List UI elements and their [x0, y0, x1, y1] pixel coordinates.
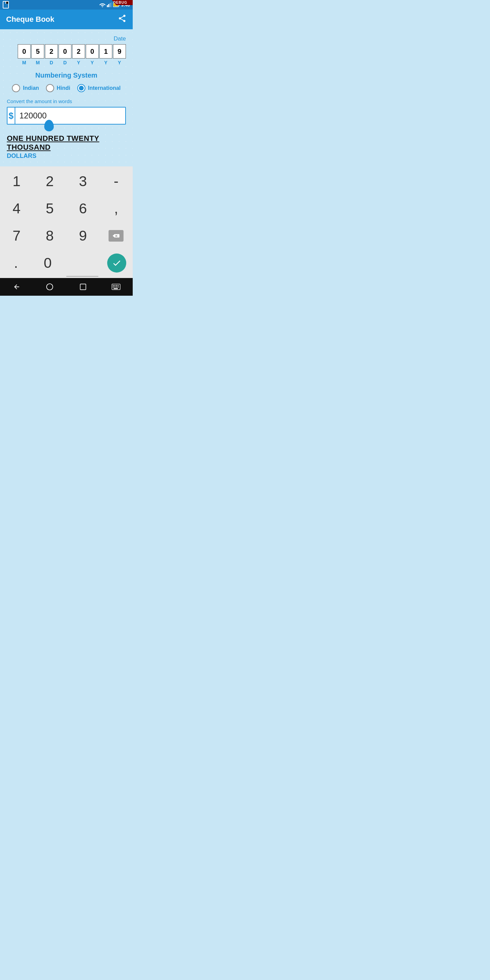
key-8[interactable]: 8 — [33, 222, 67, 250]
app-bar: Cheque Book — [0, 10, 133, 29]
radio-label-indian: Indian — [23, 85, 39, 91]
signal-icon — [107, 2, 111, 7]
key-6[interactable]: 6 — [66, 195, 100, 222]
wifi-icon — [99, 2, 105, 7]
date-digit-0[interactable]: 0 — [18, 44, 30, 59]
keyboard-row-4: . 0 — [0, 250, 133, 277]
key-comma[interactable]: , — [100, 195, 133, 222]
date-format-labels: M M D D Y Y Y Y — [18, 60, 126, 65]
svg-rect-18 — [116, 286, 117, 288]
key-check[interactable] — [101, 250, 133, 277]
amount-section: Convert the amount in words $ — [7, 98, 126, 124]
date-label: Date — [114, 35, 126, 42]
date-digit-7[interactable]: 9 — [113, 44, 126, 59]
date-boxes: 0 5 2 0 2 0 1 9 — [18, 44, 126, 59]
svg-rect-3 — [110, 3, 111, 7]
nav-home[interactable] — [43, 280, 56, 294]
svg-rect-20 — [114, 288, 118, 289]
key-placeholder — [66, 250, 98, 277]
backspace-icon — [108, 230, 124, 242]
key-0[interactable]: 0 — [32, 250, 64, 277]
date-format-6: Y — [99, 60, 112, 65]
date-digit-2[interactable]: 2 — [45, 44, 58, 59]
svg-rect-15 — [118, 285, 119, 286]
check-icon — [107, 253, 126, 272]
date-format-2: D — [45, 60, 58, 65]
radio-label-hindi: Hindi — [57, 85, 70, 91]
nav-bar — [0, 278, 133, 296]
app-title: Cheque Book — [6, 15, 54, 24]
date-digit-3[interactable]: 0 — [59, 44, 72, 59]
svg-rect-2 — [108, 4, 109, 7]
svg-point-9 — [47, 284, 53, 290]
convert-label: Convert the amount in words — [7, 98, 126, 104]
amount-input[interactable] — [15, 108, 125, 124]
svg-rect-13 — [115, 285, 116, 286]
date-format-5: Y — [86, 60, 99, 65]
svg-rect-1 — [107, 5, 108, 7]
radio-circle-hindi[interactable] — [46, 84, 54, 92]
main-content: Date 0 5 2 0 2 0 1 9 M M D D Y Y Y Y Num… — [0, 29, 133, 166]
dollar-icon-box: $ — [8, 108, 15, 124]
key-2[interactable]: 2 — [33, 168, 67, 195]
date-format-4: Y — [72, 60, 85, 65]
date-digit-1[interactable]: 5 — [31, 44, 44, 59]
date-digit-6[interactable]: 1 — [99, 44, 112, 59]
radio-hindi[interactable]: Hindi — [46, 84, 70, 92]
nav-recents[interactable] — [76, 280, 90, 294]
amount-input-row: $ — [7, 107, 126, 124]
key-dot[interactable]: . — [0, 250, 32, 277]
key-1[interactable]: 1 — [0, 168, 33, 195]
date-format-3: D — [59, 60, 72, 65]
key-5[interactable]: 5 — [33, 195, 67, 222]
radio-international[interactable]: International — [77, 84, 121, 92]
svg-rect-16 — [113, 286, 114, 288]
svg-point-0 — [102, 6, 103, 8]
key-backspace[interactable] — [100, 222, 133, 250]
keyboard-row-3: 7 8 9 — [0, 222, 133, 250]
svg-rect-19 — [118, 286, 119, 288]
amount-currency: DOLLARS — [7, 153, 126, 159]
words-section: ONE HUNDRED TWENTY THOUSAND DOLLARS — [7, 134, 126, 163]
cursor-indicator — [44, 120, 54, 131]
key-7[interactable]: 7 — [0, 222, 33, 250]
status-bar-left — [3, 1, 9, 8]
keyboard-row-1: 1 2 3 - — [0, 168, 133, 195]
radio-circle-indian[interactable] — [12, 84, 20, 92]
dollar-icon: $ — [8, 111, 13, 121]
radio-indian[interactable]: Indian — [12, 84, 39, 92]
date-digit-5[interactable]: 0 — [86, 44, 99, 59]
svg-rect-10 — [80, 284, 86, 290]
numbering-section: Numbering System Indian Hindi Internatio… — [7, 72, 126, 92]
svg-rect-17 — [115, 286, 116, 288]
date-section: Date 0 5 2 0 2 0 1 9 M M D D Y Y Y Y — [7, 35, 126, 65]
radio-label-international: International — [88, 85, 121, 91]
key-4[interactable]: 4 — [0, 195, 33, 222]
key-3[interactable]: 3 — [66, 168, 100, 195]
amount-words: ONE HUNDRED TWENTY THOUSAND — [7, 134, 126, 152]
svg-rect-4 — [111, 2, 111, 7]
key-minus[interactable]: - — [100, 168, 133, 195]
nav-keyboard[interactable] — [109, 280, 123, 294]
numbering-radio-group: Indian Hindi International — [7, 84, 126, 92]
svg-rect-14 — [116, 285, 117, 286]
radio-circle-international[interactable] — [77, 84, 86, 92]
share-icon[interactable] — [118, 14, 127, 25]
date-format-0: M — [18, 60, 30, 65]
sd-card-icon — [3, 1, 9, 8]
svg-rect-12 — [113, 285, 114, 286]
date-format-1: M — [31, 60, 44, 65]
nav-back[interactable] — [10, 280, 24, 294]
date-format-7: Y — [113, 60, 126, 65]
keyboard-row-2: 4 5 6 , — [0, 195, 133, 222]
key-9[interactable]: 9 — [66, 222, 100, 250]
numbering-title: Numbering System — [7, 72, 126, 79]
date-digit-4[interactable]: 2 — [72, 44, 85, 59]
status-bar: ⚡ 9:40 — [0, 0, 133, 10]
keyboard: 1 2 3 - 4 5 6 , 7 8 9 . 0 — [0, 166, 133, 278]
